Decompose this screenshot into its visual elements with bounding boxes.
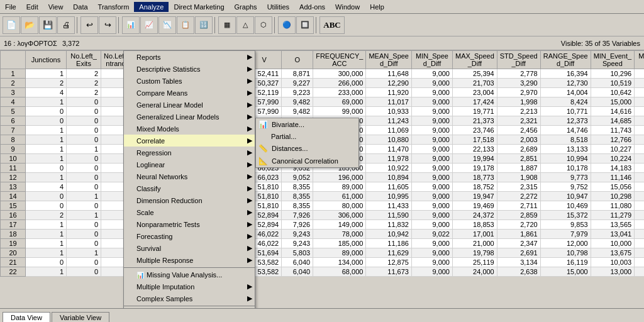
mean-sp-cell: 10,894 bbox=[366, 173, 412, 182]
tab-data-view[interactable]: Data View bbox=[3, 312, 50, 322]
std-sp-cell: 1,887 bbox=[497, 164, 540, 173]
table-row: 1 1 2 2 0 2586,125 52,411 8,871 300,000 … bbox=[1, 69, 645, 79]
min-event-cell: 10,296 bbox=[591, 69, 635, 79]
menubar-item-transform[interactable]: Transform bbox=[93, 2, 135, 12]
analyze-menu-survival[interactable]: Survival▶ bbox=[124, 242, 255, 254]
mean-sp-cell: 10,922 bbox=[366, 164, 412, 173]
chart-button-4[interactable]: 📋 bbox=[177, 16, 194, 34]
analyze-menu-correlate[interactable]: Correlate▶ bbox=[124, 135, 255, 147]
std-sp-cell: 2,720 bbox=[497, 220, 540, 230]
chart-button-8[interactable]: ⬡ bbox=[255, 16, 272, 34]
o-cell: 7,926 bbox=[282, 211, 313, 220]
save-button[interactable]: 💾 bbox=[39, 16, 57, 34]
freq-cell: 196,000 bbox=[313, 173, 366, 182]
analyze-menu-forecasting[interactable]: Forecasting▶ bbox=[124, 230, 255, 242]
new-file-button[interactable]: 📄 bbox=[3, 16, 20, 34]
chart-button-10[interactable]: 🔲 bbox=[296, 16, 314, 34]
undo-button[interactable]: ↩ bbox=[80, 16, 98, 34]
column-header-row: Junctions No.Left_Exits No.Left_Entrance… bbox=[1, 51, 645, 69]
chart-button-9[interactable]: 🔵 bbox=[278, 16, 296, 34]
analyze-menu-general-linear[interactable]: General Linear Model▶ bbox=[124, 99, 255, 111]
col-header-junctions[interactable]: Junctions bbox=[26, 51, 67, 69]
menubar-item-help[interactable]: Help bbox=[365, 2, 389, 12]
analyze-menu-scale[interactable]: Scale▶ bbox=[124, 206, 255, 218]
std-sp-cell: 1,998 bbox=[497, 97, 540, 107]
correlate-partial[interactable]: Partial... bbox=[256, 131, 358, 142]
analyze-menu-generalized-linear[interactable]: Generalized Linear Models▶ bbox=[124, 111, 255, 123]
analyze-menu-multiple-imputation[interactable]: Multiple Imputation▶ bbox=[124, 280, 255, 292]
menubar-item-graphs[interactable]: Graphs bbox=[230, 2, 262, 12]
chart-button-7[interactable]: △ bbox=[236, 16, 254, 34]
chart-button-2[interactable]: 📈 bbox=[140, 16, 158, 34]
menubar-item-direct-marketing[interactable]: Direct Marketing bbox=[169, 2, 229, 12]
text-button[interactable]: ABC bbox=[319, 16, 345, 34]
print-button[interactable]: 🖨 bbox=[57, 16, 75, 34]
filter-bar: 16 : λογΦΟΡΤΟΣ 3,372 Visible: 35 of 35 V… bbox=[0, 36, 644, 50]
chart-button-5[interactable]: 🔢 bbox=[195, 16, 213, 34]
junctions-cell: 2 bbox=[26, 211, 67, 220]
no-left-exits-cell: 0 bbox=[67, 267, 101, 277]
col-header-mean-s[interactable]: MEAN_S bbox=[635, 51, 644, 69]
analyze-menu-compare-means[interactable]: Compare Means▶ bbox=[124, 87, 255, 99]
no-left-exits-cell: 0 bbox=[67, 107, 101, 116]
junctions-cell: 0 bbox=[26, 164, 67, 173]
range-sp-cell: 16,119 bbox=[540, 258, 591, 267]
col-header-range-sp[interactable]: RANGE_Speed_Diff bbox=[540, 51, 591, 69]
col-header-freq[interactable]: FREQUENCY_ACC bbox=[313, 51, 366, 69]
analyze-menu-reports[interactable]: Reports▶ bbox=[124, 51, 255, 63]
junctions-cell: 1 bbox=[26, 230, 67, 239]
tab-variable-view[interactable]: Variable View bbox=[52, 312, 109, 322]
min-sp-cell: 9,000 bbox=[411, 88, 452, 97]
mean-s-cell: 22 bbox=[635, 135, 644, 145]
redo-button[interactable]: ↪ bbox=[99, 16, 116, 34]
analyze-menu-custom-tables[interactable]: Custom Tables▶ bbox=[124, 75, 255, 87]
analyze-menu-neural[interactable]: Neural Networks▶ bbox=[124, 170, 255, 182]
analyze-menu-complex-samples[interactable]: Complex Samples▶ bbox=[124, 292, 255, 304]
table-row: 12 1 0 0 1 2504,112 66,023 9,052 196,000… bbox=[1, 173, 645, 182]
col-header-mean-sp[interactable]: MEAN_Speed_Diff bbox=[366, 51, 412, 69]
junctions-cell: 0 bbox=[26, 116, 67, 126]
menubar-item-analyze[interactable]: Analyze bbox=[134, 2, 169, 12]
canonical-icon: 📐 bbox=[258, 157, 268, 165]
analyze-menu-classify[interactable]: Classify▶ bbox=[124, 182, 255, 194]
analyze-menu-simulation[interactable]: 🔧 Simulation... bbox=[124, 308, 255, 308]
menubar-item-file[interactable]: File bbox=[0, 2, 21, 12]
correlate-bivariate[interactable]: 📊 Bivariate... bbox=[256, 118, 358, 131]
min-sp-cell: 9,000 bbox=[411, 182, 452, 192]
correlate-distances[interactable]: 📏 Distances... bbox=[256, 142, 358, 155]
analyze-menu-multiple-response[interactable]: Multiple Response▶ bbox=[124, 254, 255, 266]
table-row: 13 4 0 0 0 2384,509 51,810 8,355 89,000 … bbox=[1, 182, 645, 192]
no-left-exits-cell: 0 bbox=[67, 201, 101, 211]
menubar-item-addons[interactable]: Add-ons bbox=[294, 2, 330, 12]
min-sp-cell: 9,000 bbox=[411, 79, 452, 88]
chart-button-1[interactable]: 📊 bbox=[122, 16, 140, 34]
open-file-button[interactable]: 📂 bbox=[21, 16, 38, 34]
col-header-o[interactable]: O bbox=[282, 51, 313, 69]
analyze-menu-mixed[interactable]: Mixed Models▶ bbox=[124, 123, 255, 135]
analyze-menu-dimension-reduction[interactable]: Dimension Reduction▶ bbox=[124, 194, 255, 206]
analyze-menu-regression[interactable]: Regression▶ bbox=[124, 147, 255, 158]
col-header-no-left-exits[interactable]: No.Left_Exits bbox=[67, 51, 101, 69]
menubar-item-data[interactable]: Data bbox=[68, 2, 92, 12]
table-row: 22 1 0 0 0 2243,445 53,582 6,040 68,000 … bbox=[1, 267, 645, 277]
col-header-min-event[interactable]: MIN_Event_Speed bbox=[591, 51, 635, 69]
analyze-menu-nonparametric[interactable]: Nonparametric Tests▶ bbox=[124, 218, 255, 230]
chart-button-6[interactable]: ▦ bbox=[218, 16, 236, 34]
std-sp-cell: 2,003 bbox=[497, 135, 540, 145]
min-sp-cell: 9,000 bbox=[411, 154, 452, 164]
analyze-menu-descriptive[interactable]: Descriptive Statistics▶ bbox=[124, 63, 255, 75]
analyze-menu-missing-value[interactable]: 📊 Missing Value Analysis... bbox=[124, 269, 255, 280]
freq-cell: 185,000 bbox=[313, 239, 366, 248]
analyze-menu-loglinear[interactable]: Loglinear▶ bbox=[124, 158, 255, 170]
col-header-std-sp[interactable]: STD_Speed_Diff bbox=[497, 51, 540, 69]
menubar-item-utilities[interactable]: Utilities bbox=[262, 2, 294, 12]
menubar-item-window[interactable]: Window bbox=[330, 2, 365, 12]
mean-s-cell: 22 bbox=[635, 97, 644, 107]
col-header-max-sp[interactable]: MAX_Speed_Diff bbox=[452, 51, 497, 69]
menubar-item-edit[interactable]: Edit bbox=[21, 2, 43, 12]
col-header-min-sp[interactable]: MIN_Speed_Diff bbox=[411, 51, 452, 69]
correlate-canonical[interactable]: 📐 Canonical Correlation bbox=[256, 155, 358, 167]
menubar-item-view[interactable]: View bbox=[43, 2, 69, 12]
mean-s-cell: 20 bbox=[635, 88, 644, 97]
chart-button-3[interactable]: 📉 bbox=[158, 16, 176, 34]
